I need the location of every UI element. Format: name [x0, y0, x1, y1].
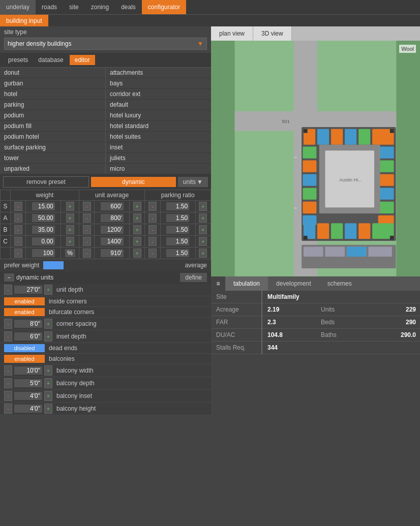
site-type-select[interactable]: higher density buildings ▼	[4, 38, 207, 50]
editor-tab-button[interactable]: editor	[70, 55, 95, 65]
minus-btn-a-u[interactable]: -	[79, 212, 94, 224]
weight-c[interactable]	[32, 237, 55, 245]
weight-b[interactable]	[32, 226, 55, 234]
bifurcate-corners-toggle[interactable]: enabled	[4, 308, 45, 316]
balcony-width-minus[interactable]: -	[4, 365, 12, 376]
list-item[interactable]: parking	[0, 100, 105, 110]
map-tab-3d-view[interactable]: 3D view	[253, 26, 292, 41]
bottom-menu-icon[interactable]: ≡	[211, 276, 225, 291]
inset-depth-input[interactable]	[14, 332, 42, 341]
list-item[interactable]: bays	[106, 78, 211, 89]
plus-btn-b-w[interactable]: +	[61, 224, 79, 236]
unit-avg-total[interactable]	[101, 249, 124, 257]
list-item[interactable]: corridor ext	[106, 89, 211, 100]
database-label[interactable]: database	[34, 55, 67, 65]
list-item[interactable]: default	[106, 100, 211, 110]
map-tab-plan-view[interactable]: plan view	[211, 26, 253, 41]
weight-s[interactable]	[32, 202, 55, 210]
balcony-height-plus[interactable]: +	[44, 404, 52, 414]
tab-schemes[interactable]: schemes	[319, 276, 360, 291]
list-item[interactable]: inset	[106, 142, 211, 153]
minus-btn-b-u[interactable]: -	[79, 224, 94, 236]
balcony-inset-minus[interactable]: -	[4, 391, 12, 401]
subnav-building-input[interactable]: building input	[0, 15, 48, 26]
list-item[interactable]: unparked	[0, 164, 105, 174]
collapse-button[interactable]: −	[4, 273, 14, 282]
balcony-depth-minus[interactable]: -	[4, 378, 12, 388]
total-minus-p[interactable]: -	[145, 247, 160, 259]
minus-btn-s-u[interactable]: -	[79, 201, 94, 212]
list-item[interactable]: juliets	[106, 153, 211, 164]
parking-c[interactable]	[166, 237, 189, 245]
list-item[interactable]: hotel luxury	[106, 110, 211, 121]
minus-btn-c-w[interactable]: -	[11, 236, 26, 247]
dead-ends-toggle[interactable]: disabled	[4, 344, 45, 352]
balconies-toggle[interactable]: enabled	[4, 355, 45, 363]
inset-depth-plus[interactable]: +	[44, 331, 52, 342]
plus-btn-a-w[interactable]: +	[61, 212, 79, 224]
prefer-weight-toggle[interactable]	[43, 261, 64, 269]
plus-btn-b-p[interactable]: +	[195, 224, 211, 236]
unit-avg-a[interactable]	[101, 214, 124, 222]
list-item[interactable]: hotel standard	[106, 121, 211, 132]
plus-btn-c-u[interactable]: +	[130, 236, 145, 247]
parking-a[interactable]	[166, 214, 189, 222]
balcony-height-minus[interactable]: -	[4, 404, 12, 414]
list-item[interactable]: podium	[0, 110, 105, 121]
unit-avg-s[interactable]	[101, 202, 124, 210]
minus-btn-s-w[interactable]: -	[11, 201, 26, 212]
plus-btn-b-u[interactable]: +	[130, 224, 145, 236]
plus-btn-a-p[interactable]: +	[195, 212, 211, 224]
list-item[interactable]: tower	[0, 153, 105, 164]
balcony-inset-input[interactable]	[14, 392, 42, 400]
plus-btn-s-p[interactable]: +	[195, 201, 211, 212]
balcony-width-plus[interactable]: +	[44, 365, 52, 376]
unit-depth-plus[interactable]: +	[44, 285, 52, 295]
plus-btn-c-w[interactable]: +	[61, 236, 79, 247]
minus-btn-c-u[interactable]: -	[79, 236, 94, 247]
list-item[interactable]: gurban	[0, 78, 105, 89]
unit-depth-input[interactable]	[14, 286, 42, 294]
nav-zoning[interactable]: zoning	[85, 0, 115, 14]
minus-btn-b-w[interactable]: -	[11, 224, 26, 236]
list-item[interactable]: podium hotel	[0, 132, 105, 142]
nav-configurator[interactable]: configurator	[142, 0, 186, 14]
inside-corners-toggle[interactable]: enabled	[4, 297, 45, 305]
tab-development[interactable]: development	[268, 276, 319, 291]
nav-site[interactable]: site	[63, 0, 85, 14]
weight-a[interactable]	[32, 214, 55, 222]
balcony-width-input[interactable]	[14, 366, 42, 375]
minus-btn-a-w[interactable]: -	[11, 212, 26, 224]
corner-spacing-input[interactable]	[14, 320, 42, 328]
balcony-depth-plus[interactable]: +	[44, 378, 52, 388]
minus-btn-s-p[interactable]: -	[145, 201, 160, 212]
corner-spacing-minus[interactable]: -	[4, 319, 12, 329]
list-item[interactable]: hotel suites	[106, 132, 211, 142]
inset-depth-minus[interactable]: -	[4, 331, 12, 342]
total-plus-p[interactable]: +	[195, 247, 211, 259]
total-minus-u[interactable]: -	[79, 247, 94, 259]
presets-label[interactable]: presets	[4, 55, 32, 65]
nav-roads[interactable]: roads	[36, 0, 63, 14]
units-button[interactable]: units ▼	[178, 177, 208, 187]
total-plus-u[interactable]: +	[130, 247, 145, 259]
list-item[interactable]: attachments	[106, 68, 211, 78]
balcony-inset-plus[interactable]: +	[44, 391, 52, 401]
list-item-surface-parking[interactable]: surface parking	[0, 142, 105, 153]
list-item[interactable]: hotel	[0, 89, 105, 100]
remove-preset-button[interactable]: remove preset	[3, 176, 89, 188]
balcony-height-input[interactable]	[14, 405, 42, 413]
plus-btn-s-w[interactable]: +	[61, 201, 79, 212]
corner-spacing-plus[interactable]: +	[44, 319, 52, 329]
minus-btn-b-p[interactable]: -	[145, 224, 160, 236]
parking-total[interactable]	[166, 249, 189, 257]
parking-b[interactable]	[166, 226, 189, 234]
unit-avg-c[interactable]	[101, 237, 124, 245]
weight-total[interactable]	[32, 249, 55, 257]
total-minus[interactable]: -	[11, 247, 26, 259]
minus-btn-c-p[interactable]: -	[145, 236, 160, 247]
dynamic-button[interactable]: dynamic	[91, 177, 176, 187]
minus-btn-a-p[interactable]: -	[145, 212, 160, 224]
list-item[interactable]: micro	[106, 164, 211, 174]
plus-btn-c-p[interactable]: +	[195, 236, 211, 247]
